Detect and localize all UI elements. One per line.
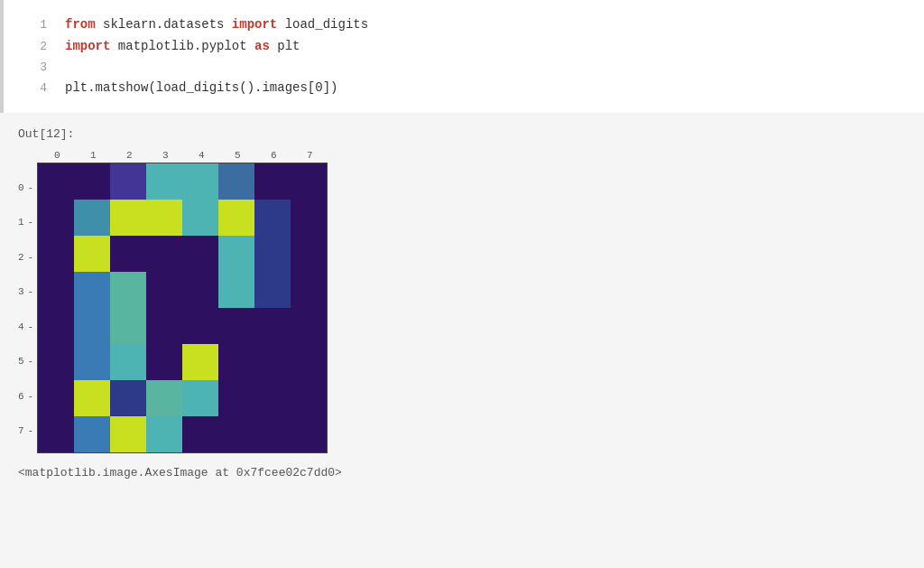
grid-cell bbox=[38, 163, 74, 200]
grid-cell bbox=[74, 163, 110, 200]
grid-cell bbox=[74, 272, 110, 308]
x-axis-label: 2 bbox=[111, 150, 147, 161]
grid-cell bbox=[110, 308, 146, 344]
y-axis-label: 3- bbox=[18, 275, 33, 310]
line-number: 4 bbox=[22, 79, 47, 98]
grid-cell bbox=[74, 308, 110, 344]
grid-cell bbox=[291, 380, 327, 416]
grid-cell bbox=[146, 416, 182, 452]
grid-cell bbox=[254, 344, 291, 380]
grid-cell bbox=[74, 380, 110, 416]
line-number: 1 bbox=[22, 15, 47, 35]
image-grid bbox=[37, 163, 328, 453]
grid-cell bbox=[146, 380, 182, 416]
code-content: plt.matshow(load_digits().images[0]) bbox=[65, 78, 337, 99]
grid-cell bbox=[291, 416, 327, 452]
grid-cell bbox=[291, 344, 327, 380]
code-line: 1from sklearn.datasets import load_digit… bbox=[22, 14, 906, 36]
grid-cell bbox=[291, 272, 327, 308]
grid-cell bbox=[182, 380, 218, 416]
grid-cell bbox=[182, 308, 218, 344]
code-area: 1from sklearn.datasets import load_digit… bbox=[22, 14, 906, 98]
grid-cell bbox=[38, 344, 74, 380]
x-axis-label: 1 bbox=[75, 150, 111, 161]
y-axis-label: 2- bbox=[18, 239, 33, 275]
grid-cell bbox=[182, 416, 218, 452]
grid-cell bbox=[74, 416, 110, 452]
code-content: from sklearn.datasets import load_digits bbox=[65, 14, 368, 36]
grid-cell bbox=[218, 344, 254, 380]
grid-cell bbox=[254, 308, 291, 344]
grid-cell bbox=[254, 163, 291, 200]
y-axis-label: 4- bbox=[18, 309, 33, 344]
y-axis-label: 6- bbox=[18, 378, 33, 414]
grid-cell bbox=[218, 272, 254, 308]
y-axis: 0-1-2-3-4-5-6-7- bbox=[18, 150, 37, 448]
grid-cell bbox=[146, 236, 182, 272]
y-axis-label: 5- bbox=[18, 344, 33, 379]
grid-cell bbox=[38, 380, 74, 416]
y-axis-label: 1- bbox=[18, 205, 33, 240]
code-cell: 1from sklearn.datasets import load_digit… bbox=[0, 0, 924, 113]
plot-wrapper: 01234567 bbox=[37, 150, 328, 453]
grid-cell bbox=[74, 236, 110, 272]
grid-cell bbox=[218, 163, 254, 200]
grid-cell bbox=[110, 200, 146, 236]
grid-cell bbox=[146, 344, 182, 380]
result-text: <matplotlib.image.AxesImage at 0x7fcee02… bbox=[18, 466, 906, 480]
x-axis-label: 0 bbox=[39, 150, 75, 161]
grid-cell bbox=[218, 236, 254, 272]
grid-cell bbox=[291, 236, 327, 272]
grid-cell bbox=[291, 163, 327, 200]
grid-cell bbox=[38, 416, 74, 452]
code-line: 2import matplotlib.pyplot as plt bbox=[22, 36, 906, 58]
grid-cell bbox=[182, 200, 218, 236]
line-number: 3 bbox=[22, 58, 47, 78]
grid-cell bbox=[182, 163, 218, 200]
grid-cell bbox=[110, 416, 146, 452]
grid-cell bbox=[218, 416, 254, 452]
grid-cell bbox=[254, 200, 291, 236]
y-axis-label: 0- bbox=[18, 170, 33, 205]
grid-cell bbox=[291, 308, 327, 344]
grid-cell bbox=[254, 380, 291, 416]
grid-cell bbox=[146, 200, 182, 236]
grid-cell bbox=[146, 308, 182, 344]
y-axis-label: 7- bbox=[18, 414, 33, 449]
grid-cell bbox=[38, 200, 74, 236]
grid-cell bbox=[182, 236, 218, 272]
grid-cell bbox=[254, 272, 291, 308]
grid-cell bbox=[38, 272, 74, 308]
output-area: Out[12]: 0-1-2-3-4-5-6-7- 01234567 <matp… bbox=[0, 113, 924, 494]
grid-cell bbox=[182, 344, 218, 380]
x-axis-label: 4 bbox=[183, 150, 219, 161]
x-axis-label: 5 bbox=[219, 150, 255, 161]
grid-cell bbox=[110, 344, 146, 380]
grid-cell bbox=[38, 308, 74, 344]
grid-cell bbox=[146, 163, 182, 200]
grid-cell bbox=[110, 236, 146, 272]
output-label: Out[12]: bbox=[18, 127, 906, 141]
grid-cell bbox=[182, 272, 218, 308]
code-line: 3 bbox=[22, 58, 906, 78]
plot-container: 0-1-2-3-4-5-6-7- 01234567 bbox=[18, 150, 906, 453]
grid-cell bbox=[218, 380, 254, 416]
x-axis-label: 3 bbox=[147, 150, 183, 161]
code-line: 4plt.matshow(load_digits().images[0]) bbox=[22, 78, 906, 99]
grid-cell bbox=[254, 236, 291, 272]
grid-cell bbox=[291, 200, 327, 236]
x-axis: 01234567 bbox=[37, 150, 328, 161]
grid-cell bbox=[218, 308, 254, 344]
grid-cell bbox=[74, 200, 110, 236]
line-number: 2 bbox=[22, 37, 47, 57]
grid-cell bbox=[74, 344, 110, 380]
grid-cell bbox=[254, 416, 291, 452]
grid-cell bbox=[110, 380, 146, 416]
grid-cell bbox=[110, 272, 146, 308]
x-axis-label: 6 bbox=[255, 150, 291, 161]
grid-cell bbox=[218, 200, 254, 236]
grid-cell bbox=[38, 236, 74, 272]
grid-cell bbox=[110, 163, 146, 200]
grid-cell bbox=[146, 272, 182, 308]
x-axis-label: 7 bbox=[291, 150, 328, 161]
